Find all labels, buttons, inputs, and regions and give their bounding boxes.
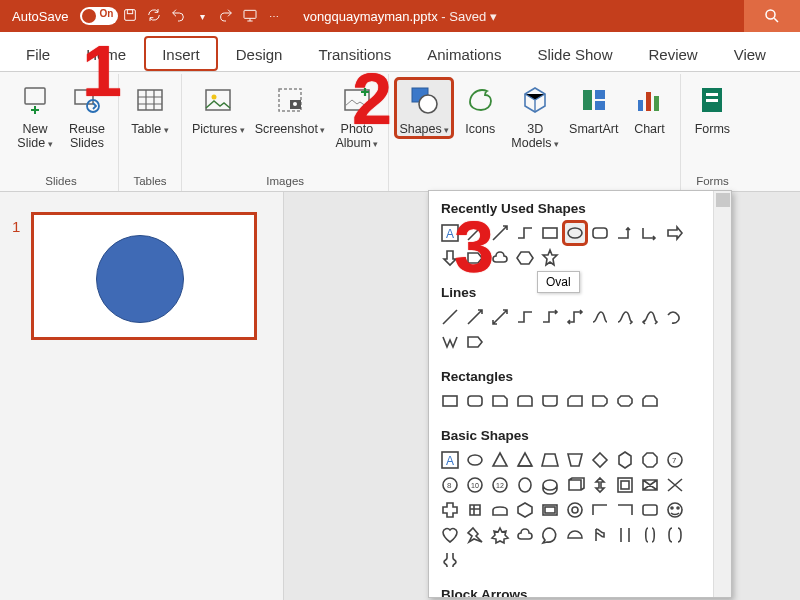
shape-basic-18[interactable] bbox=[614, 474, 636, 496]
undo-dropdown-icon[interactable]: ▾ bbox=[190, 11, 214, 22]
shape-basic-8[interactable] bbox=[614, 449, 636, 471]
shape-line-2[interactable] bbox=[464, 306, 486, 328]
shape-line-1[interactable] bbox=[439, 306, 461, 328]
shape-rect-4[interactable] bbox=[514, 390, 536, 412]
shape-line-4[interactable] bbox=[514, 306, 536, 328]
shape-basic-16[interactable] bbox=[564, 474, 586, 496]
shape-line-3[interactable] bbox=[489, 306, 511, 328]
shape-rect-6[interactable] bbox=[564, 390, 586, 412]
slide-thumbnail-1[interactable] bbox=[31, 212, 257, 340]
shape-hexagon[interactable] bbox=[514, 247, 536, 269]
shape-rect-1[interactable] bbox=[439, 390, 461, 412]
redo-icon[interactable] bbox=[214, 7, 238, 26]
shape-basic-5[interactable] bbox=[539, 449, 561, 471]
tab-design[interactable]: Design bbox=[218, 36, 301, 71]
save-icon[interactable] bbox=[118, 7, 142, 26]
chart-button[interactable]: Chart bbox=[624, 78, 674, 138]
shape-rect-2[interactable] bbox=[464, 390, 486, 412]
3d-models-button[interactable]: 3D Models bbox=[507, 78, 563, 153]
shape-basic-38[interactable] bbox=[614, 524, 636, 546]
tab-home[interactable]: Home bbox=[68, 36, 144, 71]
screenshot-button[interactable]: Screenshot bbox=[251, 78, 330, 138]
shape-rectangle[interactable] bbox=[539, 222, 561, 244]
tab-transitions[interactable]: Transitions bbox=[300, 36, 409, 71]
tab-slideshow[interactable]: Slide Show bbox=[519, 36, 630, 71]
shape-elbow-arrow[interactable] bbox=[614, 222, 636, 244]
tab-view[interactable]: View bbox=[716, 36, 784, 71]
shape-block-arrow1[interactable] bbox=[664, 222, 686, 244]
shape-basic-2[interactable] bbox=[464, 449, 486, 471]
present-from-start-icon[interactable] bbox=[238, 7, 262, 26]
shape-basic-32[interactable] bbox=[464, 524, 486, 546]
new-slide-button[interactable]: New Slide bbox=[10, 78, 60, 153]
shape-line-5[interactable] bbox=[539, 306, 561, 328]
shape-basic-29[interactable] bbox=[639, 499, 661, 521]
shape-basic-35[interactable] bbox=[539, 524, 561, 546]
shape-basic-36[interactable] bbox=[564, 524, 586, 546]
shape-basic-10[interactable]: 7 bbox=[664, 449, 686, 471]
shape-rect-8[interactable] bbox=[614, 390, 636, 412]
shape-basic-40[interactable] bbox=[664, 524, 686, 546]
forms-button[interactable]: Forms bbox=[687, 78, 737, 138]
shape-basic-7[interactable] bbox=[589, 449, 611, 471]
shape-basic-28[interactable] bbox=[614, 499, 636, 521]
shape-line-9[interactable] bbox=[639, 306, 661, 328]
shape-basic-21[interactable] bbox=[439, 499, 461, 521]
shape-basic-23[interactable] bbox=[489, 499, 511, 521]
qat-overflow-icon[interactable]: ⋯ bbox=[262, 11, 286, 22]
shape-basic-34[interactable] bbox=[514, 524, 536, 546]
sync-icon[interactable] bbox=[142, 7, 166, 26]
shape-line-10[interactable] bbox=[664, 306, 686, 328]
search-button[interactable] bbox=[744, 0, 800, 32]
shape-block-arrow-down[interactable] bbox=[439, 247, 461, 269]
shape-rect-3[interactable] bbox=[489, 390, 511, 412]
shape-basic-26[interactable] bbox=[564, 499, 586, 521]
table-button[interactable]: Table bbox=[125, 78, 175, 138]
shape-basic-1[interactable]: A bbox=[439, 449, 461, 471]
shape-basic-27[interactable] bbox=[589, 499, 611, 521]
shape-rect-5[interactable] bbox=[539, 390, 561, 412]
tab-review[interactable]: Review bbox=[630, 36, 715, 71]
shapes-button[interactable]: Shapes bbox=[395, 78, 453, 138]
shape-basic-17[interactable] bbox=[589, 474, 611, 496]
shape-basic-33[interactable] bbox=[489, 524, 511, 546]
shape-basic-4[interactable] bbox=[514, 449, 536, 471]
shape-line-6[interactable] bbox=[564, 306, 586, 328]
tab-insert[interactable]: Insert bbox=[144, 36, 218, 71]
shape-elbow-arrow2[interactable] bbox=[639, 222, 661, 244]
reuse-slides-button[interactable]: Reuse Slides bbox=[62, 78, 112, 153]
shape-oval[interactable] bbox=[564, 222, 586, 244]
shape-rect-9[interactable] bbox=[639, 390, 661, 412]
icons-button[interactable]: Icons bbox=[455, 78, 505, 138]
shape-line-8[interactable] bbox=[614, 306, 636, 328]
shape-basic-22[interactable] bbox=[464, 499, 486, 521]
pictures-button[interactable]: Pictures bbox=[188, 78, 249, 138]
shape-line-12[interactable] bbox=[464, 331, 486, 353]
shapes-scrollbar[interactable] bbox=[713, 191, 731, 597]
shape-basic-13[interactable]: 12 bbox=[489, 474, 511, 496]
shape-basic-3[interactable] bbox=[489, 449, 511, 471]
shape-basic-19[interactable] bbox=[639, 474, 661, 496]
scrollbar-thumb[interactable] bbox=[716, 193, 730, 207]
shape-basic-24[interactable] bbox=[514, 499, 536, 521]
tab-file[interactable]: File bbox=[8, 36, 68, 71]
tab-animations[interactable]: Animations bbox=[409, 36, 519, 71]
shape-basic-6[interactable] bbox=[564, 449, 586, 471]
shape-basic-31[interactable] bbox=[439, 524, 461, 546]
shape-pentagon-arrow[interactable] bbox=[464, 247, 486, 269]
shape-line-7[interactable] bbox=[589, 306, 611, 328]
shape-basic-25[interactable] bbox=[539, 499, 561, 521]
shape-cloud[interactable] bbox=[489, 247, 511, 269]
shape-textbox[interactable]: A bbox=[439, 222, 461, 244]
shape-rounded-rect[interactable] bbox=[589, 222, 611, 244]
shape-basic-14[interactable] bbox=[514, 474, 536, 496]
shape-star[interactable] bbox=[539, 247, 561, 269]
shape-line[interactable] bbox=[464, 222, 486, 244]
smartart-button[interactable]: SmartArt bbox=[565, 78, 622, 138]
shape-basic-20[interactable] bbox=[664, 474, 686, 496]
shape-basic-15[interactable] bbox=[539, 474, 561, 496]
photo-album-button[interactable]: Photo Album bbox=[331, 78, 382, 153]
shape-rect-7[interactable] bbox=[589, 390, 611, 412]
autosave-toggle[interactable]: On bbox=[80, 7, 118, 25]
undo-icon[interactable] bbox=[166, 7, 190, 26]
